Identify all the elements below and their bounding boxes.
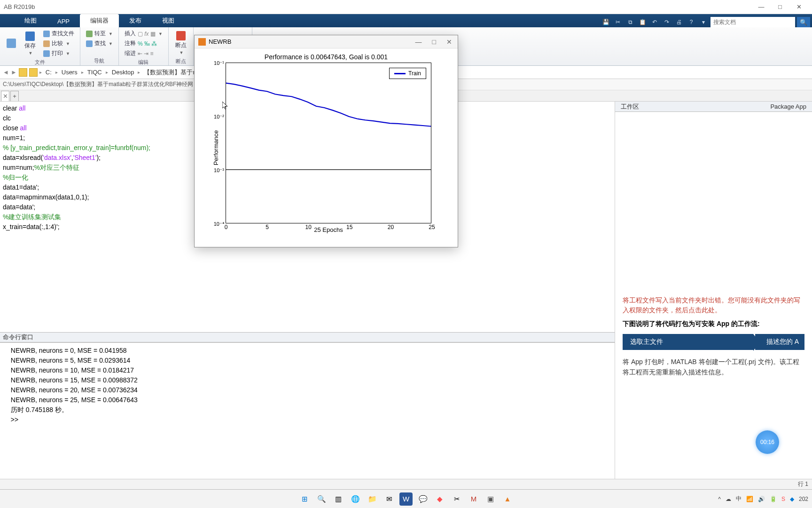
recording-timer-badge: 00:16 xyxy=(756,430,779,454)
figure-titlebar[interactable]: NEWRB — □ ✕ xyxy=(195,35,458,48)
taskview-icon[interactable]: ▥ xyxy=(332,492,345,506)
window-minimize-icon[interactable]: — xyxy=(752,3,771,10)
ytick-label: 10⁻⁴ xyxy=(203,221,226,227)
folder-icon[interactable] xyxy=(19,68,27,77)
edge-icon[interactable]: 🌐 xyxy=(349,492,362,506)
save-button[interactable]: 保存▼ xyxy=(22,29,39,58)
copy-icon[interactable]: ⧉ xyxy=(625,17,635,27)
step-select-main[interactable]: 选取主文件 xyxy=(623,334,753,350)
command-window[interactable]: NEWRB, neurons = 0, MSE = 0.041958 NEWRB… xyxy=(0,342,615,479)
breadcrumb[interactable]: TIQC xyxy=(86,68,104,77)
tray-clock[interactable]: 202 xyxy=(799,496,808,502)
compare-button[interactable]: 比较▼ xyxy=(41,39,76,48)
tray-app-icon[interactable]: S xyxy=(781,496,785,502)
cut-icon[interactable]: ✂ xyxy=(613,17,623,27)
xtick-label: 0 xyxy=(225,223,228,230)
group-nav-label: 导航 xyxy=(84,57,115,64)
print-icon[interactable]: 🖨 xyxy=(674,17,684,27)
app-icon[interactable]: ◆ xyxy=(433,492,446,506)
search-docs-input[interactable] xyxy=(710,17,795,27)
forward-icon[interactable]: ► xyxy=(11,69,17,76)
xtick-label: 5 xyxy=(265,223,269,230)
dropdown-icon[interactable]: ▾ xyxy=(698,17,709,27)
window-maximize-icon[interactable]: □ xyxy=(771,3,789,10)
xtick-label: 20 xyxy=(388,223,394,230)
tray-battery-icon[interactable]: 🔋 xyxy=(770,496,777,502)
help-icon[interactable]: ? xyxy=(686,17,696,27)
indent-button[interactable]: 缩进 ⇤ ⇥ ≡ xyxy=(123,49,164,58)
window-close-icon[interactable]: ✕ xyxy=(789,3,808,10)
windows-taskbar: ⊞ 🔍 ▥ 🌐 📁 ✉ W 💬 ◆ ✂ M ▣ ▲ ^ ☁ 中 📶 🔊 🔋 S … xyxy=(0,489,812,508)
search-button[interactable]: 🔍 xyxy=(797,17,810,27)
app-icon[interactable]: ▣ xyxy=(484,492,497,506)
close-tab-button[interactable]: ✕ xyxy=(1,91,9,101)
group-edit-label: 编辑 xyxy=(123,59,164,66)
app-icon[interactable]: M xyxy=(467,492,480,506)
command-window-title: 命令行窗口 xyxy=(0,332,615,342)
word-icon[interactable]: W xyxy=(399,492,413,506)
mail-icon[interactable]: ✉ xyxy=(383,492,396,506)
undo-icon[interactable]: ↶ xyxy=(649,17,660,27)
app-title: AB R2019b xyxy=(4,3,35,10)
mouse-cursor-icon xyxy=(222,102,228,110)
new-tab-button[interactable]: + xyxy=(10,91,19,101)
figure-window[interactable]: NEWRB — □ ✕ Performance is 0.00647643, G… xyxy=(194,35,458,247)
goto-button[interactable]: 转至▼ xyxy=(84,29,115,38)
new-button[interactable] xyxy=(4,29,19,58)
tab-workspace[interactable]: 工作区 xyxy=(615,102,645,112)
xtick-label: 15 xyxy=(346,223,352,230)
snip-icon[interactable]: ✂ xyxy=(450,492,463,506)
find-button[interactable]: 查找▼ xyxy=(84,39,115,48)
tray-chevron-icon[interactable]: ^ xyxy=(718,496,721,502)
breadcrumb[interactable]: C: xyxy=(44,68,54,77)
figure-axes: Performance is 0.00647643, Goal is 0.001… xyxy=(195,48,458,247)
folder-icon[interactable] xyxy=(29,68,38,77)
ytick-label: 10⁻¹ xyxy=(203,60,226,66)
xtick-label: 10 xyxy=(305,223,312,230)
wechat-icon[interactable]: 💬 xyxy=(416,492,429,506)
back-icon[interactable]: ◄ xyxy=(3,69,9,76)
print-button[interactable]: 打印▼ xyxy=(41,49,76,58)
cursor-position: 行 1 xyxy=(798,480,808,488)
tab-publish[interactable]: 发布 xyxy=(119,14,152,27)
tab-package-app[interactable]: Package App xyxy=(765,102,812,111)
ribbon-tabs: 绘图 APP 编辑器 发布 视图 💾 ✂ ⧉ 📋 ↶ ↷ 🖨 ? ▾ 🔍 xyxy=(0,14,812,27)
figure-title: NEWRB xyxy=(209,38,231,45)
workflow-heading: 下图说明了将代码打包为可安装 App 的工作流: xyxy=(623,320,804,328)
matlab-icon[interactable]: ▲ xyxy=(501,492,514,506)
figure-maximize-icon[interactable]: □ xyxy=(430,38,438,46)
chart-title: Performance is 0.00647643, Goal is 0.001 xyxy=(201,53,451,61)
tab-plots[interactable]: 绘图 xyxy=(14,14,47,27)
right-panel-tabs: 工作区 Package App xyxy=(615,102,812,112)
tray-volume-icon[interactable]: 🔊 xyxy=(758,496,765,502)
status-bar: 行 1 xyxy=(0,479,812,489)
tab-view[interactable]: 视图 xyxy=(152,14,185,27)
explorer-icon[interactable]: 📁 xyxy=(366,492,379,506)
figure-close-icon[interactable]: ✕ xyxy=(445,38,454,46)
insert-button[interactable]: 插入 ▢ fx ▦▼ xyxy=(123,29,164,38)
search-icon[interactable]: 🔍 xyxy=(315,492,328,506)
tab-apps[interactable]: APP xyxy=(47,16,80,27)
tray-ime-icon[interactable]: 中 xyxy=(736,495,742,503)
tray-app-icon[interactable]: ◆ xyxy=(790,496,794,502)
legend-label: Train xyxy=(408,70,421,77)
start-icon[interactable]: ⊞ xyxy=(298,492,311,506)
tray-wifi-icon[interactable]: 📶 xyxy=(746,496,753,502)
save-icon[interactable]: 💾 xyxy=(601,17,611,27)
group-bp-label: 断点 xyxy=(172,58,189,65)
figure-minimize-icon[interactable]: — xyxy=(414,38,424,46)
chart-ylabel: Performance xyxy=(212,130,219,165)
breadcrumb[interactable]: Desktop xyxy=(110,68,136,77)
tab-editor[interactable]: 编辑器 xyxy=(80,14,119,27)
breadcrumb[interactable]: Users xyxy=(60,68,79,77)
find-files-button[interactable]: 查找文件 xyxy=(41,29,76,38)
comment-button[interactable]: 注释 % ‰ ⁂ xyxy=(123,39,164,48)
tray-onedrive-icon[interactable]: ☁ xyxy=(726,496,731,502)
paste-icon[interactable]: 📋 xyxy=(637,17,648,27)
app-titlebar: AB R2019b — □ ✕ xyxy=(0,0,812,14)
chart-xlabel: 25 Epochs xyxy=(226,226,431,233)
redo-icon[interactable]: ↷ xyxy=(662,17,672,27)
breakpoints-button[interactable]: 断点▼ xyxy=(172,29,189,57)
step-describe-app[interactable]: 描述您的 A xyxy=(755,334,804,350)
matlab-icon xyxy=(198,38,206,46)
